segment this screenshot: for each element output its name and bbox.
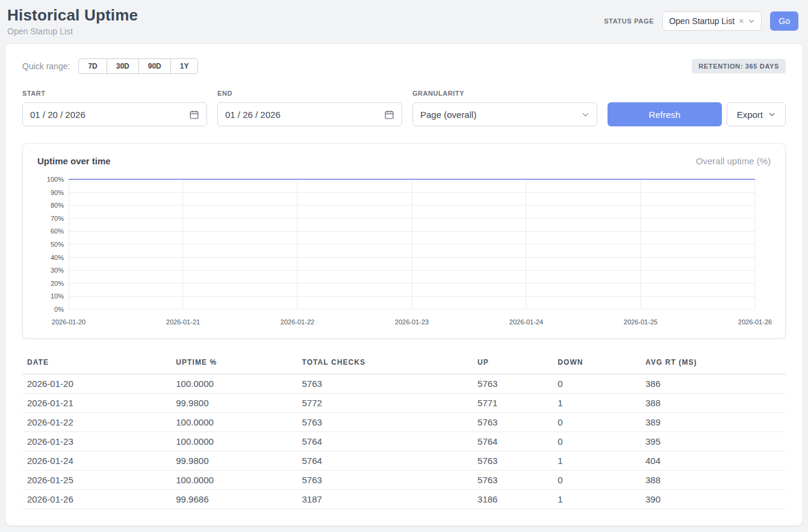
start-date-value: 01 / 20 / 2026	[30, 110, 85, 120]
svg-text:2026-01-20: 2026-01-20	[52, 318, 85, 326]
table-cell: 5772	[297, 394, 473, 413]
svg-text:80%: 80%	[51, 202, 64, 209]
svg-text:10%: 10%	[51, 292, 64, 300]
table-cell: 1	[553, 394, 641, 413]
topbar-controls: STATUS PAGE Open Startup List × Go	[604, 11, 798, 31]
svg-text:2026-01-22: 2026-01-22	[281, 318, 314, 326]
table-cell: 100.0000	[171, 374, 297, 394]
table-cell: 3186	[473, 490, 553, 509]
export-button[interactable]: Export	[727, 102, 786, 126]
table-row: 2026-01-25100.0000576357630388	[22, 471, 786, 490]
chart-card: Uptime over time Overall uptime (%) 0%10…	[22, 143, 786, 339]
granularity-label: GRANULARITY	[412, 90, 597, 97]
table-cell: 5764	[297, 432, 473, 451]
status-page-value: Open Startup List	[669, 16, 735, 26]
table-cell: 2026-01-25	[22, 471, 171, 490]
quick-range-30d[interactable]: 30D	[107, 58, 139, 74]
quick-range-7d[interactable]: 7D	[78, 58, 107, 74]
table-cell: 2026-01-26	[22, 490, 171, 509]
column-header: AVG RT (MS)	[641, 353, 786, 374]
table-cell: 5763	[297, 374, 473, 394]
chevron-down-icon	[768, 111, 775, 118]
quick-range-group: 7D 30D 90D 1Y	[78, 58, 198, 74]
uptime-chart: 0%10%20%30%40%50%60%70%80%90%100%2026-01…	[37, 172, 771, 332]
table-cell: 386	[641, 374, 786, 394]
clear-icon[interactable]: ×	[739, 17, 744, 25]
svg-text:40%: 40%	[51, 254, 64, 261]
svg-text:0%: 0%	[54, 306, 64, 313]
status-page-label: STATUS PAGE	[604, 17, 654, 25]
table-cell: 0	[553, 432, 641, 451]
column-header: UPTIME %	[171, 353, 297, 374]
calendar-icon[interactable]	[189, 110, 199, 120]
table-cell: 0	[553, 413, 641, 432]
table-cell: 100.0000	[171, 471, 297, 490]
table-cell: 5763	[473, 374, 553, 394]
table-cell: 395	[641, 432, 786, 451]
table-cell: 2026-01-21	[22, 394, 171, 413]
table-cell: 1	[553, 490, 641, 509]
table-cell: 389	[641, 413, 786, 432]
chevron-down-icon	[748, 17, 755, 25]
start-date-label: START	[22, 90, 207, 97]
table-cell: 5763	[473, 471, 553, 490]
table-cell: 2026-01-22	[22, 413, 171, 432]
svg-text:20%: 20%	[51, 280, 64, 287]
table-row: 2026-01-23100.0000576457640395	[22, 432, 786, 451]
table-row: 2026-01-20100.0000576357630386	[22, 374, 786, 394]
svg-text:2026-01-21: 2026-01-21	[166, 318, 200, 326]
status-page-select[interactable]: Open Startup List ×	[662, 11, 762, 31]
column-header: TOTAL CHECKS	[297, 353, 473, 374]
table-row: 2026-01-2499.9800576457631404	[22, 451, 786, 471]
svg-text:100%: 100%	[47, 176, 64, 183]
quick-range-90d[interactable]: 90D	[138, 58, 171, 74]
chart-legend: Overall uptime (%)	[696, 156, 771, 166]
svg-text:70%: 70%	[51, 215, 64, 222]
table-header-row: DATEUPTIME %TOTAL CHECKSUPDOWNAVG RT (MS…	[22, 353, 786, 374]
granularity-field: GRANULARITY Page (overall)	[412, 90, 597, 126]
title-block: Historical Uptime Open Startup List	[7, 6, 138, 36]
go-button[interactable]: Go	[770, 11, 798, 31]
table-cell: 99.9800	[171, 451, 297, 471]
table-cell: 99.9800	[171, 394, 297, 413]
svg-text:2026-01-25: 2026-01-25	[624, 318, 657, 326]
table-cell: 388	[641, 394, 786, 413]
chart-title: Uptime over time	[37, 156, 111, 166]
table-cell: 2026-01-20	[22, 374, 171, 394]
table-cell: 404	[641, 451, 786, 471]
quick-range-1y[interactable]: 1Y	[170, 58, 199, 74]
table-cell: 5771	[473, 394, 553, 413]
table-cell: 388	[641, 471, 786, 490]
table-cell: 5764	[473, 432, 553, 451]
column-header: UP	[473, 353, 553, 374]
table-cell: 100.0000	[171, 432, 297, 451]
table-cell: 3187	[297, 490, 473, 509]
table-cell: 0	[553, 374, 641, 394]
refresh-button[interactable]: Refresh	[608, 102, 722, 126]
start-date-input[interactable]: 01 / 20 / 2026	[22, 102, 207, 126]
table-cell: 5763	[473, 451, 553, 471]
filter-form: START 01 / 20 / 2026 END 01 / 26 / 2026 …	[22, 90, 786, 126]
main-card: Quick range: 7D 30D 90D 1Y RETENTION: 36…	[5, 43, 803, 526]
table-cell: 5763	[473, 413, 553, 432]
end-date-input[interactable]: 01 / 26 / 2026	[217, 102, 402, 126]
table-cell: 390	[641, 490, 786, 509]
table-cell: 5764	[297, 451, 473, 471]
granularity-select[interactable]: Page (overall)	[412, 102, 597, 126]
granularity-value: Page (overall)	[420, 110, 476, 120]
quick-range-label: Quick range:	[22, 61, 70, 71]
end-date-value: 01 / 26 / 2026	[225, 110, 281, 120]
table-cell: 2026-01-24	[22, 451, 171, 471]
chart-header: Uptime over time Overall uptime (%)	[37, 156, 771, 166]
table-cell: 99.9686	[171, 490, 297, 509]
svg-text:2026-01-24: 2026-01-24	[509, 318, 543, 326]
column-header: DATE	[22, 353, 171, 374]
table-cell: 100.0000	[171, 413, 297, 432]
table-cell: 2026-01-23	[22, 432, 171, 451]
calendar-icon[interactable]	[384, 110, 394, 120]
table-cell: 5763	[297, 471, 473, 490]
table-cell: 1	[553, 451, 641, 471]
chevron-down-icon	[582, 111, 589, 119]
page-subtitle: Open Startup List	[7, 26, 138, 36]
table-cell: 5763	[297, 413, 473, 432]
